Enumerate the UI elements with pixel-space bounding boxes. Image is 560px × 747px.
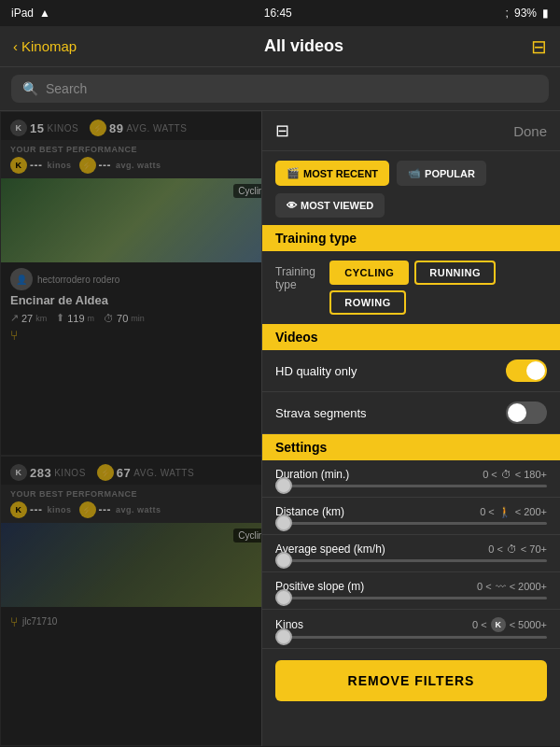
- bolt-icon-3: ⚡: [97, 464, 114, 481]
- battery-icon: ▮: [542, 7, 549, 20]
- best-kinos-icon-1: K: [10, 157, 27, 174]
- bolt-icon-1: ⚡: [90, 120, 106, 136]
- filter-panel: ⊟ Done 🎬 MOST RECENT 📹 POPULAR 👁 MOST VI…: [261, 111, 560, 746]
- training-type-section-header: Training type: [262, 225, 560, 251]
- fork-icon-1: ⑂: [10, 328, 18, 343]
- user-info-1: 👤 hectorrodero rodero: [10, 268, 119, 290]
- kinos-slider-track: [275, 636, 547, 639]
- data-time-1: ⏱ 70 min: [104, 313, 145, 324]
- kinos-slider-icon: K: [491, 617, 506, 632]
- tt-rowing-button[interactable]: ROWING: [329, 290, 405, 315]
- kinos-value-3: 283: [30, 466, 51, 480]
- strava-segments-thumb: [508, 403, 526, 422]
- videos-section: HD quality only Strava segments: [262, 350, 560, 434]
- video-card-3: K 283 kinos ⚡ 67 avg. watts YOUR BEST PE…: [0, 456, 280, 746]
- best-watts-val-1: ---: [99, 159, 112, 172]
- kinos-slider-thumb[interactable]: [275, 628, 292, 645]
- most-recent-icon: 🎬: [287, 167, 300, 179]
- duration-slider-track: [275, 485, 547, 487]
- bluetooth-icon: ;: [506, 7, 509, 20]
- positive-slope-icon: 〰: [496, 581, 506, 592]
- card-stats-1: K 15 kinos ⚡ 89 avg. watts: [1, 112, 279, 140]
- search-input[interactable]: 🔍 Search: [11, 75, 549, 103]
- settings-section: Duration (min.) 0 < ⏱ < 180+ Distance (k…: [262, 460, 560, 649]
- card-stats-3: K 283 kinos ⚡ 67 avg. watts: [1, 457, 279, 485]
- search-icon: 🔍: [22, 81, 38, 96]
- card-title-1: Encinar de Aldea: [10, 293, 270, 307]
- strava-segments-toggle[interactable]: [506, 402, 547, 424]
- remove-filters-button[interactable]: REMOVE FILTERS: [275, 660, 547, 701]
- distance-slider-track: [275, 522, 547, 525]
- hd-quality-thumb: [526, 361, 545, 380]
- card-user-3: ⑂ jlc71710 ⋮: [10, 613, 270, 630]
- positive-slope-row: Positive slope (m) 0 < 〰 < 2000+: [262, 572, 560, 610]
- watts-value-3: 67: [117, 466, 131, 480]
- kinos-icon-3: K: [10, 464, 27, 481]
- best-kinos-val-1: ---: [30, 159, 43, 172]
- avg-speed-slider-track: [275, 559, 547, 562]
- strava-segments-label: Strava segments: [275, 406, 367, 420]
- done-button[interactable]: Done: [513, 123, 547, 139]
- filter-button[interactable]: ⊟: [531, 35, 547, 58]
- avg-speed-icon: ⏱: [507, 543, 517, 555]
- video-card-1: K 15 kinos ⚡ 89 avg. watts YOUR BEST PER…: [0, 111, 280, 456]
- strava-segments-row: Strava segments: [262, 392, 560, 434]
- status-time: 16:45: [264, 7, 292, 20]
- tt-running-button[interactable]: RUNNING: [414, 261, 496, 285]
- status-right: ; 93% ▮: [506, 7, 549, 20]
- filter-icon: ⊟: [275, 120, 289, 141]
- order-most-recent[interactable]: 🎬 MOST RECENT: [275, 161, 389, 186]
- page-title: All videos: [264, 36, 343, 56]
- back-button[interactable]: ‹ Kinomap: [13, 38, 77, 54]
- order-popular[interactable]: 📹 POPULAR: [397, 161, 486, 186]
- hd-quality-row: HD quality only: [262, 350, 560, 392]
- wifi-icon: ▲: [39, 7, 50, 20]
- videos-section-header: Videos: [262, 324, 560, 350]
- user-name-3: jlc71710: [22, 616, 57, 627]
- kinos-icon-1: K: [10, 120, 27, 136]
- avg-speed-range: 0 < ⏱ < 70+: [488, 543, 547, 555]
- search-placeholder: Search: [46, 81, 87, 96]
- filter-header: ⊟ Done: [262, 111, 560, 151]
- distance-range: 0 < 🚶 < 200+: [480, 506, 547, 518]
- training-type-label: Training type: [275, 261, 320, 291]
- best-perf-1: YOUR BEST PERFORMANCE K --- kinos ⚡ --- …: [1, 140, 279, 178]
- avg-speed-slider-thumb[interactable]: [275, 552, 292, 569]
- popular-icon: 📹: [408, 167, 421, 179]
- chevron-left-icon: ‹: [13, 38, 18, 54]
- back-label: Kinomap: [21, 38, 77, 54]
- watts-unit-1: avg. watts: [127, 123, 188, 134]
- duration-icon: ⏱: [501, 469, 511, 480]
- positive-slope-slider-thumb[interactable]: [275, 589, 292, 606]
- card-data-1: ↗ 27 km ⬆ 119 m ⏱ 70 min: [10, 312, 270, 324]
- video-thumb-1[interactable]: Cycling: [1, 178, 279, 262]
- status-bar: iPad ▲ 16:45 ; 93% ▮: [0, 0, 560, 26]
- avg-speed-label: Average speed (km/h): [275, 543, 385, 556]
- hd-quality-toggle[interactable]: [506, 359, 547, 382]
- video-thumb-3[interactable]: Cycling: [1, 523, 279, 607]
- distance-icon: 🚶: [498, 506, 511, 518]
- data-elev-1: ⬆ 119 m: [56, 312, 94, 324]
- settings-section-header: Settings: [262, 434, 560, 460]
- card-user-1: 👤 hectorrodero rodero ⋮: [10, 268, 270, 290]
- hd-quality-label: HD quality only: [275, 364, 357, 378]
- kinos-range: 0 < K < 5000+: [472, 617, 547, 632]
- distance-slider-thumb[interactable]: [275, 514, 292, 531]
- card-bottom-1: 👤 hectorrodero rodero ⋮ Encinar de Aldea…: [1, 262, 279, 350]
- best-perf-3: YOUR BEST PERFORMANCE K --- kinos ⚡ --- …: [1, 485, 279, 523]
- kinos-row: Kinos 0 < K < 5000+: [262, 610, 560, 649]
- data-dist-1: ↗ 27 km: [10, 312, 47, 324]
- card-bottom-3: ⑂ jlc71710 ⋮: [1, 607, 279, 641]
- avatar-1: 👤: [10, 268, 33, 290]
- tt-cycling-button[interactable]: CYCLING: [329, 261, 409, 285]
- order-by-row: 🎬 MOST RECENT 📹 POPULAR 👁 MOST VIEWED: [262, 151, 560, 225]
- nav-bar: ‹ Kinomap All videos ⊟: [0, 26, 560, 67]
- order-most-viewed[interactable]: 👁 MOST VIEWED: [275, 193, 385, 218]
- kinos-unit-3: kinos: [54, 468, 86, 478]
- user-name-1: hectorrodero rodero: [37, 275, 119, 285]
- duration-slider-thumb[interactable]: [275, 477, 292, 494]
- kinos-value-1: 15: [30, 121, 44, 135]
- duration-range: 0 < ⏱ < 180+: [483, 469, 547, 480]
- watts-unit-3: avg. watts: [133, 468, 194, 478]
- fork-icon-3: ⑂: [10, 614, 18, 629]
